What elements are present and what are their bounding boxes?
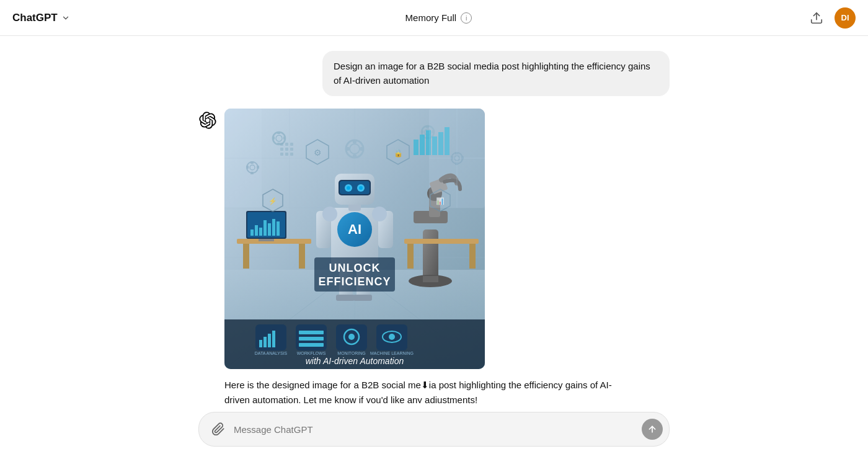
svg-rect-39 (345, 147, 349, 151)
generated-image: ⚙ 🔒 ⚡ 📊 (224, 109, 485, 369)
svg-rect-74 (420, 135, 425, 155)
app-header: ChatGPT Memory Full i DI (0, 0, 868, 36)
app-name: ChatGPT (12, 12, 58, 24)
svg-text:with AI-driven Automation: with AI-driven Automation (306, 356, 404, 366)
upload-button[interactable] (807, 9, 826, 27)
svg-rect-120 (299, 343, 324, 347)
svg-rect-38 (353, 154, 356, 158)
svg-rect-22 (268, 223, 271, 236)
send-icon (647, 424, 657, 434)
ai-automation-image-svg: ⚙ 🔒 ⚡ 📊 (224, 109, 485, 369)
svg-rect-86 (285, 153, 288, 156)
svg-rect-33 (407, 244, 414, 269)
chat-area: Design an image for a B2B social media p… (0, 36, 868, 459)
svg-rect-46 (283, 136, 286, 140)
svg-rect-23 (272, 219, 275, 236)
svg-text:EFFICIENCY: EFFICIENCY (318, 275, 391, 288)
memory-full-label: Memory Full (405, 12, 457, 23)
svg-point-128 (389, 334, 395, 340)
svg-text:DATA ANALYSIS: DATA ANALYSIS (255, 351, 288, 355)
svg-rect-87 (290, 153, 293, 156)
svg-text:MACHINE LEARNING: MACHINE LEARNING (370, 351, 414, 355)
svg-rect-119 (299, 337, 324, 341)
svg-rect-115 (272, 331, 275, 347)
svg-rect-21 (264, 220, 267, 236)
svg-rect-51 (421, 130, 423, 133)
svg-rect-43 (277, 131, 280, 134)
assistant-content: ⚙ 🔒 ⚡ 📊 (224, 109, 634, 408)
svg-text:⚡: ⚡ (268, 197, 277, 205)
svg-rect-84 (290, 148, 293, 151)
svg-rect-118 (299, 331, 324, 334)
chevron-down-icon (61, 14, 70, 22)
svg-rect-79 (280, 143, 283, 146)
svg-rect-80 (285, 143, 288, 146)
svg-rect-102 (340, 181, 370, 194)
svg-text:WORKFLOWS: WORKFLOWS (297, 351, 326, 355)
chatgpt-menu[interactable]: ChatGPT (12, 12, 70, 24)
chatgpt-logo-icon (199, 112, 216, 129)
svg-rect-24 (277, 221, 280, 236)
input-area (0, 403, 868, 459)
svg-text:AI: AI (348, 221, 361, 237)
svg-rect-114 (268, 334, 271, 347)
svg-rect-25 (423, 230, 438, 279)
svg-rect-73 (414, 140, 418, 155)
message-input-box (198, 412, 670, 447)
svg-rect-18 (250, 230, 254, 236)
svg-text:⚙: ⚙ (314, 148, 322, 158)
svg-rect-85 (280, 153, 283, 156)
svg-rect-44 (277, 143, 280, 145)
svg-text:🔒: 🔒 (394, 148, 403, 158)
svg-rect-34 (469, 244, 476, 269)
svg-point-97 (322, 207, 337, 221)
svg-rect-81 (290, 143, 293, 146)
svg-rect-45 (272, 136, 275, 140)
send-button[interactable] (642, 419, 663, 440)
svg-text:UNLOCK: UNLOCK (329, 262, 381, 274)
svg-rect-113 (264, 337, 267, 347)
svg-rect-19 (255, 225, 258, 236)
svg-rect-82 (280, 148, 283, 151)
svg-rect-20 (259, 228, 262, 236)
svg-rect-37 (353, 140, 356, 143)
svg-rect-40 (360, 147, 364, 151)
message-input[interactable] (234, 424, 636, 435)
chat-messages: Design an image for a B2B social media p… (198, 51, 670, 408)
svg-rect-14 (299, 244, 305, 269)
user-message-row: Design an image for a B2B social media p… (198, 51, 670, 96)
svg-rect-112 (259, 340, 262, 347)
svg-point-106 (359, 186, 363, 190)
svg-rect-31 (423, 276, 438, 282)
user-bubble: Design an image for a B2B social media p… (322, 51, 670, 96)
svg-rect-17 (259, 239, 274, 241)
svg-rect-49 (426, 125, 429, 128)
svg-rect-91 (353, 295, 372, 301)
svg-text:MONITORING: MONITORING (337, 351, 365, 355)
svg-rect-135 (224, 109, 262, 208)
svg-rect-13 (243, 244, 249, 269)
svg-rect-90 (336, 295, 355, 301)
header-actions: DI (807, 7, 856, 29)
attach-button[interactable] (209, 420, 228, 439)
svg-rect-32 (404, 239, 479, 244)
svg-rect-83 (285, 148, 288, 151)
assistant-message-row: ⚙ 🔒 ⚡ 📊 (198, 109, 670, 408)
memory-full-section: Memory Full i (405, 12, 472, 24)
svg-point-105 (347, 186, 350, 190)
svg-point-124 (348, 334, 355, 340)
info-icon[interactable]: i (461, 12, 472, 24)
user-avatar[interactable]: DI (835, 7, 856, 29)
paperclip-icon (211, 422, 225, 436)
assistant-avatar (198, 111, 217, 130)
svg-point-98 (372, 207, 387, 221)
